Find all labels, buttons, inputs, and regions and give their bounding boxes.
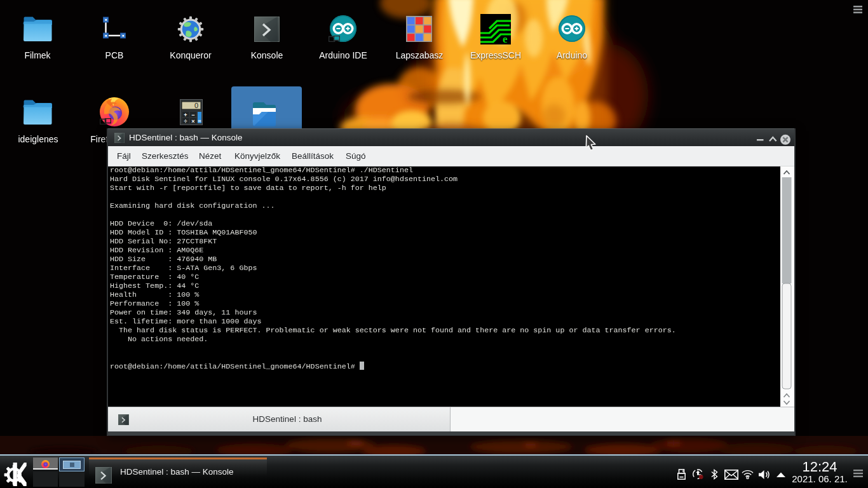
svg-text:×: × — [191, 118, 194, 125]
svg-text:−: − — [191, 112, 194, 118]
svg-text:÷: ÷ — [184, 118, 187, 125]
svg-text:+: + — [184, 112, 187, 118]
svg-text:0: 0 — [194, 102, 198, 109]
svg-text:e: e — [503, 33, 508, 44]
svg-text:=: = — [198, 118, 201, 125]
